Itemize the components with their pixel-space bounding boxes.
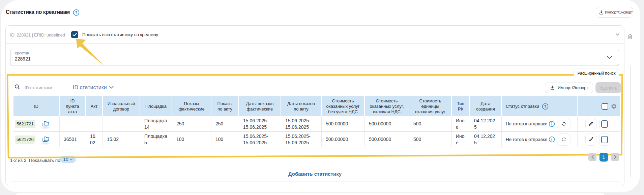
svg-text:?: ? (544, 104, 546, 108)
svg-text:?: ? (75, 10, 77, 15)
